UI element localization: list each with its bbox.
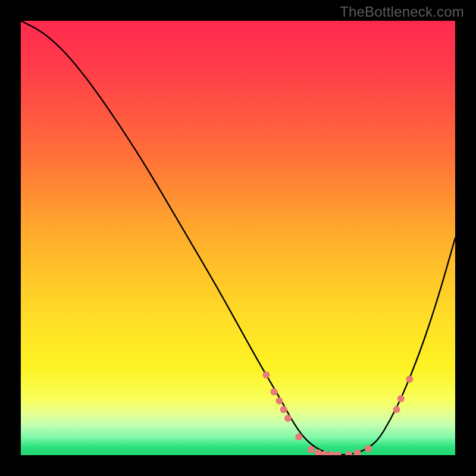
data-point	[328, 451, 335, 455]
data-point	[271, 388, 278, 395]
data-point	[284, 415, 292, 422]
plot-area	[21, 21, 455, 455]
data-point	[345, 451, 352, 455]
curve-path	[21, 21, 455, 455]
data-point	[308, 446, 315, 453]
watermark-label: TheBottleneck.com	[340, 4, 464, 20]
data-point	[262, 371, 270, 378]
data-point	[393, 406, 400, 413]
data-point	[275, 397, 283, 405]
data-point	[334, 452, 342, 455]
data-point	[397, 395, 405, 402]
chart-frame: TheBottleneck.com	[0, 0, 476, 476]
data-point	[295, 433, 302, 440]
data-point	[280, 406, 287, 413]
data-point	[365, 445, 372, 452]
chart-svg	[21, 21, 455, 455]
points-group	[262, 371, 413, 455]
data-point	[354, 449, 361, 455]
data-point	[406, 375, 413, 383]
